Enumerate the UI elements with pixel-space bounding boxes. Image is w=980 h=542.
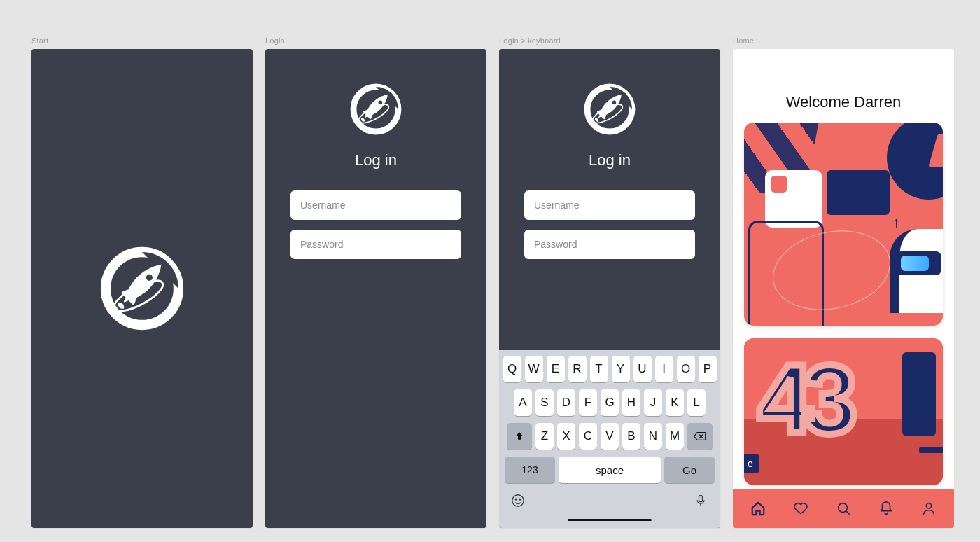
illustration-card-icon <box>765 170 822 228</box>
key-j[interactable]: J <box>644 389 662 416</box>
key-k[interactable]: K <box>666 389 684 416</box>
screen-login-keyboard: Log in QWERTYUIOP ASDFGHJKL ZXCVBNM <box>499 49 720 528</box>
frame-label-home: Home <box>733 36 754 45</box>
bottom-tab-bar <box>733 489 954 528</box>
svg-rect-6 <box>699 496 703 502</box>
frame-login: Login Log in <box>265 49 486 528</box>
tab-notifications[interactable] <box>872 494 900 522</box>
key-l[interactable]: L <box>687 389 706 416</box>
home-header: Welcome Darren <box>733 49 954 123</box>
feature-card-2[interactable]: 43 e <box>744 338 943 485</box>
key-a[interactable]: A <box>514 389 532 416</box>
welcome-title: Welcome Darren <box>786 93 902 111</box>
search-icon <box>836 501 851 516</box>
screen-home: Welcome Darren <box>733 49 954 528</box>
frame-login-keyboard: Login > keyboard Log in QWERTYUIOP ASDFG… <box>499 49 720 528</box>
splash <box>31 49 253 528</box>
keyboard-footer <box>502 490 718 509</box>
key-e[interactable]: E <box>547 356 565 382</box>
feature-card-1[interactable] <box>744 123 943 326</box>
svg-point-4 <box>515 499 517 501</box>
backspace-key[interactable] <box>687 423 713 450</box>
home-icon <box>750 501 766 516</box>
frame-start: Start <box>31 49 253 528</box>
frame-home: Home Welcome Darren <box>733 49 954 528</box>
key-n[interactable]: N <box>644 423 662 450</box>
frame-label-start: Start <box>31 36 48 45</box>
svg-point-8 <box>926 503 931 508</box>
rocket-logo-icon <box>582 81 638 137</box>
key-w[interactable]: W <box>525 356 543 382</box>
home-indicator[interactable] <box>568 519 652 521</box>
key-f[interactable]: F <box>579 389 597 416</box>
go-key[interactable]: Go <box>664 457 715 483</box>
key-d[interactable]: D <box>557 389 575 416</box>
emoji-icon[interactable] <box>510 493 526 508</box>
key-u[interactable]: U <box>634 356 652 382</box>
rocket-logo-icon <box>97 243 188 334</box>
tab-profile[interactable] <box>915 494 943 522</box>
key-m[interactable]: M <box>666 423 684 450</box>
key-r[interactable]: R <box>568 356 587 382</box>
tab-search[interactable] <box>830 494 858 522</box>
username-field[interactable] <box>524 190 695 220</box>
frame-label-login-kb: Login > keyboard <box>499 36 561 45</box>
card-badge: e <box>744 454 760 473</box>
user-icon <box>921 501 937 516</box>
password-field[interactable] <box>290 230 461 259</box>
mic-icon[interactable] <box>694 493 709 508</box>
keyboard-row-1: QWERTYUIOP <box>502 356 718 382</box>
vr-person-icon <box>877 208 943 313</box>
key-z[interactable]: Z <box>536 423 554 450</box>
bell-icon <box>878 501 894 516</box>
key-s[interactable]: S <box>536 389 554 416</box>
frame-label-login: Login <box>265 36 285 45</box>
login-title: Log in <box>589 151 631 169</box>
tab-favorites[interactable] <box>787 494 815 522</box>
tab-home[interactable] <box>744 494 772 522</box>
shift-key[interactable] <box>507 423 532 450</box>
keyboard-row-4: 123 space Go <box>502 457 718 483</box>
key-t[interactable]: T <box>590 356 608 382</box>
keyboard-row-2: ASDFGHJKL <box>502 389 718 416</box>
svg-point-3 <box>512 495 524 507</box>
screen-start <box>31 49 253 528</box>
key-q[interactable]: Q <box>503 356 522 382</box>
password-field[interactable] <box>524 230 695 259</box>
design-canvas: Start Login Log in Login > keyboard <box>31 49 954 528</box>
space-key[interactable]: space <box>559 457 661 483</box>
key-p[interactable]: P <box>699 356 717 382</box>
numbers-key[interactable]: 123 <box>505 457 555 483</box>
username-field[interactable] <box>290 190 461 220</box>
keyboard-row-3: ZXCVBNM <box>502 423 718 450</box>
login-title: Log in <box>355 151 397 169</box>
home-card-list[interactable]: 43 e <box>733 123 954 489</box>
heart-icon <box>793 501 808 516</box>
screen-login: Log in <box>265 49 486 528</box>
key-c[interactable]: C <box>579 423 597 450</box>
key-g[interactable]: G <box>601 389 619 416</box>
rocket-logo-icon <box>348 81 404 137</box>
key-x[interactable]: X <box>557 423 575 450</box>
key-b[interactable]: B <box>622 423 640 450</box>
svg-point-5 <box>519 499 521 501</box>
key-o[interactable]: O <box>677 356 695 382</box>
key-v[interactable]: V <box>601 423 619 450</box>
card-number-illustration: 43 <box>758 342 848 456</box>
key-i[interactable]: I <box>655 356 673 382</box>
ios-keyboard: QWERTYUIOP ASDFGHJKL ZXCVBNM 123 space G… <box>499 350 720 528</box>
key-y[interactable]: Y <box>612 356 630 382</box>
key-h[interactable]: H <box>622 389 640 416</box>
